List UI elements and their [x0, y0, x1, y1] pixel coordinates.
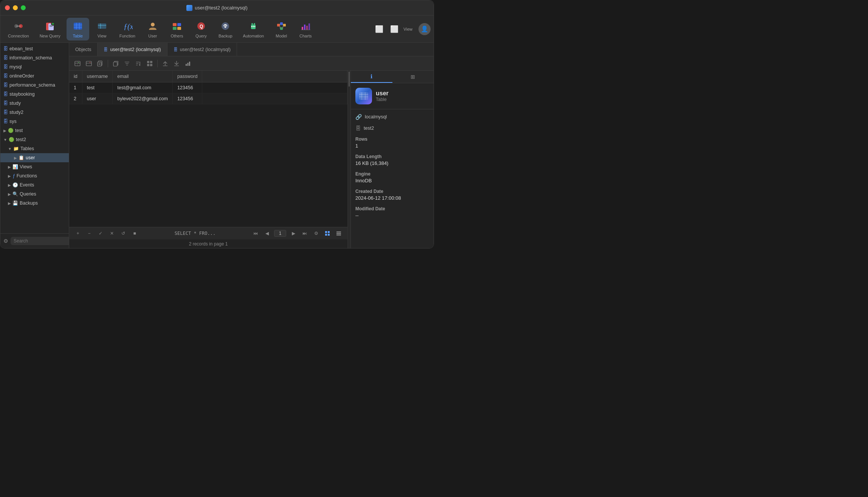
svg-rect-42 [302, 27, 303, 30]
table-container[interactable]: id username email password 1 test [69, 71, 347, 227]
sidebar-item-performance_schema[interactable]: 🗄 performance_schema [0, 81, 69, 90]
info-rows-section: Rows 1 [355, 137, 429, 149]
svg-rect-78 [328, 231, 330, 233]
status-bar: + − ✓ ✕ ↺ ■ SELECT * FRO... ⏮ ◀ ▶ ⏭ ⚙ [69, 227, 347, 239]
info-engine-section: Engine InnoDB [355, 171, 429, 183]
sidebar-item-staybooking[interactable]: 🗄 staybooking [0, 90, 69, 99]
svg-rect-16 [98, 23, 106, 29]
first-page-button[interactable]: ⏮ [251, 229, 260, 238]
panel-toggle-button[interactable]: ⬜ [388, 23, 400, 35]
last-page-button[interactable]: ⏭ [301, 229, 309, 238]
sidebar-item-onlineorder[interactable]: 🗄 onlineOrder [0, 71, 69, 81]
toolbar-item-new-query[interactable]: New Query [35, 18, 65, 40]
sidebar-item-views[interactable]: ▶ 📊 Views [0, 162, 69, 171]
filter-button[interactable] [122, 58, 132, 69]
close-button[interactable] [5, 5, 10, 10]
tables-folder-icon: 📁 [13, 146, 19, 151]
cell-id-2: 2 [69, 93, 82, 104]
delete-record-button[interactable]: − [85, 229, 93, 238]
sidebar-item-sys[interactable]: 🗄 sys [0, 117, 69, 126]
sidebar-item-test[interactable]: ▶ 🟢 test [0, 126, 69, 135]
refresh-button[interactable]: ↺ [119, 229, 127, 238]
svg-rect-22 [177, 23, 181, 26]
export-button[interactable] [160, 58, 170, 69]
stop-button[interactable]: ■ [130, 229, 139, 238]
sidebar-item-study2[interactable]: 🗄 study2 [0, 108, 69, 117]
sidebar-item-queries[interactable]: ▶ 🔍 Queries [0, 189, 69, 199]
col-extra [202, 71, 347, 82]
toolbar-item-view[interactable]: View [91, 18, 113, 40]
user-avatar[interactable]: 👤 [418, 23, 431, 35]
toolbar-item-others[interactable]: Others [166, 18, 188, 40]
table-header-row: id username email password [69, 71, 347, 82]
scrollbar-thumb [349, 71, 350, 87]
table-row[interactable]: 2 user byleve2022@gmail.com 123456 [69, 93, 347, 104]
prev-page-button[interactable]: ◀ [263, 229, 271, 238]
toolbar-item-user[interactable]: User [141, 18, 164, 40]
svg-line-38 [280, 23, 280, 25]
sidebar-item-information_schema[interactable]: 🗄 information_schema [0, 53, 69, 62]
sidebar-item-backups[interactable]: ▶ 💾 Backups [0, 199, 69, 208]
remove-row-button[interactable] [84, 58, 94, 69]
query-preview: SELECT * FRO... [142, 231, 248, 236]
maximize-button[interactable] [21, 5, 26, 10]
search-input[interactable] [11, 237, 69, 245]
next-page-button[interactable]: ▶ [289, 229, 298, 238]
toolbar-item-backup[interactable]: Backup [214, 18, 237, 40]
sidebar-item-test2[interactable]: ▼ 🟢 test2 [0, 135, 69, 144]
sidebar-item-user-table[interactable]: ▶ 📋 user [0, 153, 69, 162]
confirm-button[interactable]: ✓ [96, 229, 105, 238]
filter-icon[interactable]: ⚙ [3, 238, 8, 244]
new-query-icon [44, 20, 56, 32]
tab-query-1[interactable]: 🗄 user@test2 (localmysql) [98, 43, 167, 56]
tab-objects[interactable]: Objects [69, 43, 98, 56]
sidebar-item-tables[interactable]: ▼ 📁 Tables [0, 144, 69, 153]
table-row[interactable]: 1 test test@gmail.com 123456 [69, 82, 347, 93]
page-number-input[interactable] [274, 230, 286, 237]
svg-rect-69 [150, 64, 152, 66]
copy-button[interactable] [110, 58, 121, 69]
sidebar-item-ebean_test[interactable]: 🗄 ebean_test [0, 44, 69, 53]
others-icon [171, 20, 183, 32]
svg-point-33 [254, 26, 256, 27]
svg-point-20 [151, 23, 155, 26]
arrow-user: ▶ [14, 156, 17, 160]
svg-rect-68 [147, 64, 149, 66]
toolbar-item-function[interactable]: ƒ(x) Function [115, 18, 140, 40]
grid-toggle-button[interactable] [144, 58, 155, 69]
db-icon-study2: 🗄 [3, 110, 8, 115]
info-tab-info[interactable]: ℹ [351, 71, 392, 83]
toolbar-item-query[interactable]: Q Query [190, 18, 212, 40]
info-tab-data[interactable]: ⊞ [392, 71, 434, 83]
import-button[interactable] [171, 58, 182, 69]
toolbar-item-automation[interactable]: Automation [239, 18, 269, 40]
svg-rect-74 [186, 64, 187, 66]
info-created-section: Created Date 2024-06-12 17:00:08 [355, 189, 429, 201]
cell-email-2: byleve2022@gmail.com [113, 93, 173, 104]
info-title-block: user Table [376, 90, 389, 102]
sidebar-item-study[interactable]: 🗄 study [0, 99, 69, 108]
sidebar-item-mysql[interactable]: 🗄 mysql [0, 62, 69, 71]
minimize-button[interactable] [13, 5, 18, 10]
sidebar-item-functions[interactable]: ▶ ƒ Functions [0, 171, 69, 180]
user-icon [147, 20, 159, 32]
duplicate-row-button[interactable] [95, 58, 105, 69]
settings-button[interactable]: ⚙ [312, 229, 320, 238]
toolbar-item-model[interactable]: Model [270, 18, 293, 40]
toolbar-item-table[interactable]: Table [67, 18, 89, 40]
add-row-button[interactable] [72, 58, 83, 69]
info-datalength-section: Data Length 16 KB (16,384) [355, 154, 429, 166]
sidebar-toggle-button[interactable]: ⬜ [373, 23, 385, 35]
cancel-button[interactable]: ✕ [108, 229, 116, 238]
toolbar-item-charts[interactable]: Charts [294, 18, 317, 40]
sort-button[interactable] [133, 58, 144, 69]
chart-view-button[interactable] [183, 58, 193, 69]
grid-view-button[interactable] [323, 229, 332, 238]
info-table-icon [355, 88, 372, 104]
list-view-button[interactable] [335, 229, 343, 238]
sidebar-item-events[interactable]: ▶ 🕐 Events [0, 180, 69, 189]
scrollbar-track[interactable] [347, 71, 350, 248]
toolbar-item-connection[interactable]: Connection [3, 18, 34, 40]
tab-query-2[interactable]: 🗄 user@test2 (localmysql) [167, 43, 237, 56]
add-record-button[interactable]: + [74, 229, 82, 238]
